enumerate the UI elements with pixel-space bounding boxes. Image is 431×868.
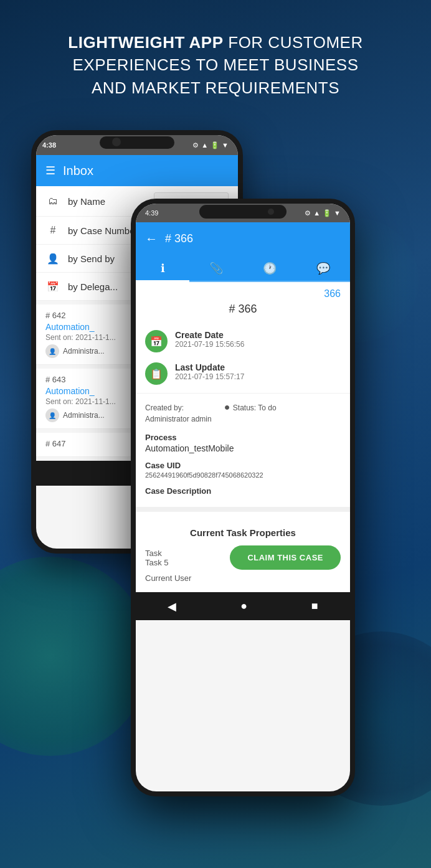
nav-back-icon[interactable]: ◀ [168, 600, 176, 613]
phone-front: 4:39 ⚙ ▲ 🔋 ▼ ← # 366 ℹ 📎 [131, 199, 355, 796]
calendar-icon: 📅 [45, 279, 60, 294]
phone-back-notch [100, 136, 174, 149]
current-task-title: Current Task Properties [145, 527, 341, 538]
tab-info[interactable]: ℹ [136, 256, 189, 281]
create-date-content: Create Date 2021-07-19 15:56:56 [175, 330, 244, 349]
last-update-icon: 📋 [145, 362, 168, 385]
tab-messages[interactable]: 💬 [296, 256, 350, 281]
menu-icon[interactable]: ☰ [45, 164, 55, 177]
task-label: Task [145, 549, 169, 558]
section-divider [136, 507, 350, 512]
header-line3: AND MARKET REQUIREMENTS [92, 78, 339, 97]
front-status-icons: ⚙ ▲ 🔋 ▼ [305, 209, 341, 217]
last-update-content: Last Update 2021-07-19 15:57:17 [175, 362, 244, 381]
task-value: Task 5 [145, 558, 169, 567]
front-camera-dot [268, 209, 274, 215]
process-value: Automation_testMobile [145, 443, 341, 453]
case-id-display: 366 [324, 288, 341, 300]
created-by-item: Created by: Administrator admin [145, 402, 212, 424]
task-labels: Task Task 5 [145, 549, 169, 567]
case-uid-section: Case UID 25624491960f5d90828f74506862032… [136, 457, 350, 483]
create-date-icon: 📅 [145, 330, 168, 352]
hash-icon: # [45, 223, 60, 238]
briefcase-icon: 🗂 [45, 194, 60, 209]
nav-home-icon[interactable]: ● [240, 600, 247, 613]
filter-name-label: by Name [68, 196, 146, 207]
current-user-label: Current User [145, 573, 341, 583]
header-section: LIGHTWEIGHT APP FOR CUSTOMER EXPERIENCES… [0, 0, 431, 118]
case-title-center: # 366 [136, 300, 350, 325]
task-row: Task Task 5 CLAIM THIS CASE [145, 545, 341, 570]
detail-app-bar: ← # 366 [136, 222, 350, 255]
status-item: ● Status: To do [224, 402, 277, 424]
case-uid-value: 25624491960f5d90828f745068620322 [145, 471, 341, 479]
status-time-front: 4:39 [145, 209, 158, 217]
last-update-value: 2021-07-19 15:57:17 [175, 372, 244, 381]
created-by-value: Administrator admin [145, 415, 212, 423]
case-uid-label: Case UID [145, 461, 341, 470]
back-arrow-icon[interactable]: ← [145, 232, 158, 246]
avatar-icon-643: 👤 [45, 408, 59, 422]
current-task-section: Current Task Properties Task Task 5 CLAI… [136, 518, 350, 592]
last-update-label: Last Update [175, 362, 244, 372]
header-rest: FOR CUSTOMER [224, 33, 363, 52]
inbox-app-bar: ☰ Inbox [36, 155, 238, 186]
create-date-row: 📅 Create Date 2021-07-19 15:56:56 [136, 325, 350, 357]
history-icon: 🕐 [263, 262, 277, 275]
header-bold: LIGHTWEIGHT APP [68, 33, 223, 52]
phones-container: 4:38 ⚙ ▲ 🔋 ▼ ☰ Inbox 🗂 by Name [0, 118, 431, 803]
last-update-row: 📋 Last Update 2021-07-19 15:57:17 [136, 357, 350, 390]
case-643-admin: Administra... [63, 411, 105, 420]
inbox-title: Inbox [63, 164, 93, 178]
case-642-admin: Administra... [63, 347, 105, 356]
create-date-value: 2021-07-19 15:56:56 [175, 340, 244, 349]
meta-row: Created by: Administrator admin ● Status… [136, 397, 350, 429]
nav-square-icon[interactable]: ■ [311, 600, 318, 613]
front-camera-area [199, 205, 287, 219]
created-by-label: Created by: [145, 403, 184, 412]
tab-history[interactable]: 🕐 [243, 256, 296, 281]
process-section: Process Automation_testMobile [136, 429, 350, 457]
status-icons-back: ⚙ ▲ 🔋 ▼ [192, 141, 229, 149]
tab-attachment[interactable]: 📎 [189, 256, 243, 281]
case-id-row: 366 [136, 282, 350, 300]
info-icon: ℹ [161, 262, 165, 275]
person-icon: 👤 [45, 251, 60, 266]
process-label: Process [145, 433, 341, 442]
header-line2: EXPERIENCES TO MEET BUSINESS [72, 55, 358, 74]
tab-bar: ℹ 📎 🕐 💬 [136, 255, 350, 282]
case-desc-label: Case Description [145, 486, 341, 496]
detail-case-number: # 366 [165, 232, 193, 245]
create-date-label: Create Date [175, 330, 244, 340]
message-icon: 💬 [316, 262, 330, 275]
status-time-back: 4:38 [42, 141, 56, 149]
avatar-icon-642: 👤 [45, 344, 59, 358]
phone-front-screen: 4:39 ⚙ ▲ 🔋 ▼ ← # 366 ℹ 📎 [136, 204, 350, 791]
claim-this-case-button[interactable]: CLAIM THIS CASE [230, 545, 341, 570]
status-value: Status: To do [233, 403, 277, 412]
divider-1 [136, 393, 350, 394]
case-desc-section: Case Description [136, 483, 350, 501]
detail-content: 366 # 366 📅 Create Date 2021-07-19 15:56… [136, 282, 350, 592]
attachment-icon: 📎 [209, 262, 223, 275]
nav-bar-front: ◀ ● ■ [136, 592, 350, 620]
